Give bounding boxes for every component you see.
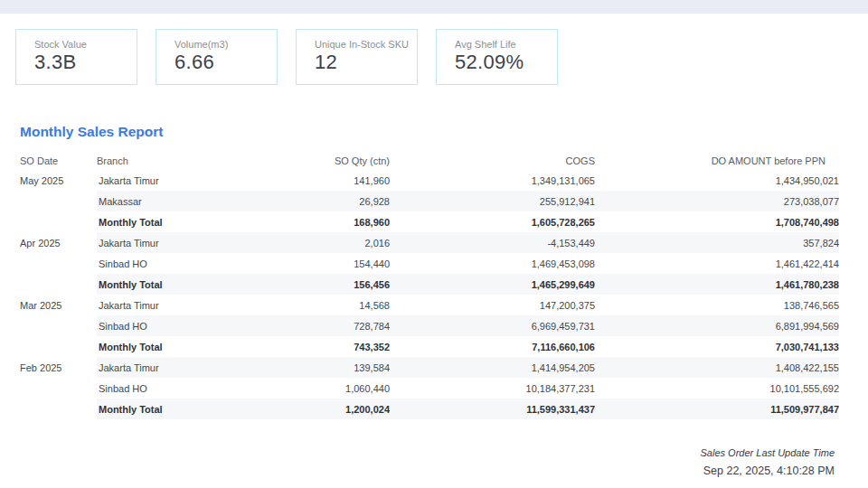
cell-cogs: 11,599,331,437: [390, 399, 595, 419]
last-update-label: Sales Order Last Update Time: [701, 447, 835, 458]
cell-branch: Monthly Total: [97, 399, 278, 419]
cell-branch: Jakarta Timur: [97, 295, 278, 315]
kpi-label: Stock Value: [34, 39, 133, 50]
col-header-branch: Branch: [97, 151, 278, 170]
cell-so-date: May 2025: [20, 170, 97, 191]
kpi-label: Avg Shelf Life: [455, 39, 553, 50]
cell-so-qty: 139,584: [278, 357, 390, 378]
cell-cogs: 10,184,377,231: [390, 378, 595, 399]
cell-branch: Sinbad HO: [97, 378, 278, 399]
cell-do-amount: 357,824: [595, 232, 839, 253]
cell-do-amount: 7,030,741,133: [595, 336, 839, 357]
table-row: Apr 2025Jakarta Timur2,016-4,153,449357,…: [20, 232, 839, 253]
table-row: Sinbad HO1,060,44010,184,377,23110,101,5…: [20, 378, 839, 399]
cell-do-amount: 273,038,077: [595, 191, 839, 211]
cell-do-amount: 1,461,780,238: [595, 274, 839, 295]
cell-so-date: Apr 2025: [20, 232, 97, 253]
cell-so-qty: 728,784: [278, 315, 390, 336]
cell-so-date: [20, 211, 97, 232]
cell-so-qty: 1,200,024: [278, 399, 390, 419]
cell-so-qty: 14,568: [278, 295, 390, 315]
cell-so-qty: 2,016: [278, 232, 390, 253]
cell-so-qty: 1,060,440: [278, 378, 390, 399]
cell-so-date: [20, 315, 97, 336]
cell-do-amount: 6,891,994,569: [595, 315, 839, 336]
cell-so-date: Feb 2025: [20, 357, 97, 378]
table-row: May 2025Jakarta Timur141,9601,349,131,06…: [20, 170, 839, 191]
cell-do-amount: 1,708,740,498: [595, 211, 839, 232]
kpi-value: 3.3B: [34, 51, 133, 74]
cell-do-amount: 1,408,422,155: [595, 357, 839, 378]
kpi-card-stock-value: Stock Value 3.3B: [15, 29, 137, 85]
cell-do-amount: 1,434,950,021: [595, 170, 839, 191]
cell-branch: Monthly Total: [97, 211, 278, 232]
table-row: Monthly Total1,200,02411,599,331,43711,5…: [20, 399, 839, 419]
cell-branch: Monthly Total: [97, 336, 278, 357]
cell-branch: Jakarta Timur: [97, 357, 278, 378]
table-row: Feb 2025Jakarta Timur139,5841,414,954,20…: [20, 357, 839, 378]
cell-so-date: [20, 378, 97, 399]
table-row: Makassar26,928255,912,941273,038,077: [20, 191, 839, 211]
cell-branch: Monthly Total: [97, 274, 278, 295]
table-row: Monthly Total156,4561,465,299,6491,461,7…: [20, 274, 839, 295]
cell-so-date: [20, 274, 97, 295]
table-row: Monthly Total168,9601,605,728,2651,708,7…: [20, 211, 839, 232]
cell-so-qty: 154,440: [278, 253, 390, 274]
kpi-card-unique-sku: Unique In-Stock SKU 12: [296, 29, 418, 85]
kpi-card-avg-shelf-life: Avg Shelf Life 52.09%: [436, 29, 558, 85]
cell-so-qty: 168,960: [278, 211, 390, 232]
last-update-timestamp: Sep 22, 2025, 4:10:28 PM: [701, 465, 835, 477]
col-header-do-amount: DO AMOUNT before PPN: [595, 151, 839, 170]
cell-so-date: [20, 253, 97, 274]
last-update-block: Sales Order Last Update Time Sep 22, 202…: [701, 447, 835, 477]
kpi-label: Unique In-Stock SKU: [315, 39, 413, 50]
cell-branch: Makassar: [97, 191, 278, 211]
cell-cogs: 7,116,660,106: [390, 336, 595, 357]
cell-so-qty: 26,928: [278, 191, 390, 211]
cell-branch: Sinbad HO: [97, 253, 278, 274]
kpi-value: 12: [315, 51, 413, 74]
cell-so-date: Mar 2025: [20, 295, 97, 315]
table-row: Monthly Total743,3527,116,660,1067,030,7…: [20, 336, 839, 357]
cell-branch: Jakarta Timur: [97, 232, 278, 253]
cell-cogs: 1,469,453,098: [390, 253, 595, 274]
cell-do-amount: 11,509,977,847: [595, 399, 839, 419]
cell-so-date: [20, 191, 97, 211]
table-row: Sinbad HO154,4401,469,453,0981,461,422,4…: [20, 253, 839, 274]
cell-so-qty: 141,960: [278, 170, 390, 191]
col-header-so-date: SO Date: [20, 151, 97, 170]
kpi-cards: Stock Value 3.3B Volume(m3) 6.66 Unique …: [15, 29, 868, 85]
cell-cogs: 1,465,299,649: [390, 274, 595, 295]
monthly-sales-table: SO Date Branch SO Qty (ctn) COGS DO AMOU…: [20, 151, 839, 419]
col-header-cogs: COGS: [390, 151, 595, 170]
table-row: Sinbad HO728,7846,969,459,7316,891,994,5…: [20, 315, 839, 336]
cell-cogs: 147,200,375: [390, 295, 595, 315]
cell-cogs: 255,912,941: [390, 191, 595, 211]
kpi-label: Volume(m3): [175, 39, 273, 50]
cell-cogs: 1,414,954,205: [390, 357, 595, 378]
table-row: Mar 2025Jakarta Timur14,568147,200,37513…: [20, 295, 839, 315]
cell-branch: Sinbad HO: [97, 315, 278, 336]
top-bar: [0, 0, 868, 14]
cell-cogs: 1,349,131,065: [390, 170, 595, 191]
cell-so-qty: 743,352: [278, 336, 390, 357]
cell-do-amount: 138,746,565: [595, 295, 839, 315]
cell-branch: Jakarta Timur: [97, 170, 278, 191]
cell-cogs: 6,969,459,731: [390, 315, 595, 336]
table-header-row: SO Date Branch SO Qty (ctn) COGS DO AMOU…: [20, 151, 839, 170]
kpi-value: 52.09%: [455, 51, 553, 74]
kpi-card-volume: Volume(m3) 6.66: [156, 29, 278, 85]
cell-so-qty: 156,456: [278, 274, 390, 295]
kpi-value: 6.66: [175, 51, 273, 74]
cell-so-date: [20, 399, 97, 419]
cell-cogs: -4,153,449: [390, 232, 595, 253]
cell-do-amount: 10,101,555,692: [595, 378, 839, 399]
col-header-so-qty: SO Qty (ctn): [278, 151, 390, 170]
page-title: Monthly Sales Report: [20, 124, 868, 140]
cell-cogs: 1,605,728,265: [390, 211, 595, 232]
cell-so-date: [20, 336, 97, 357]
cell-do-amount: 1,461,422,414: [595, 253, 839, 274]
